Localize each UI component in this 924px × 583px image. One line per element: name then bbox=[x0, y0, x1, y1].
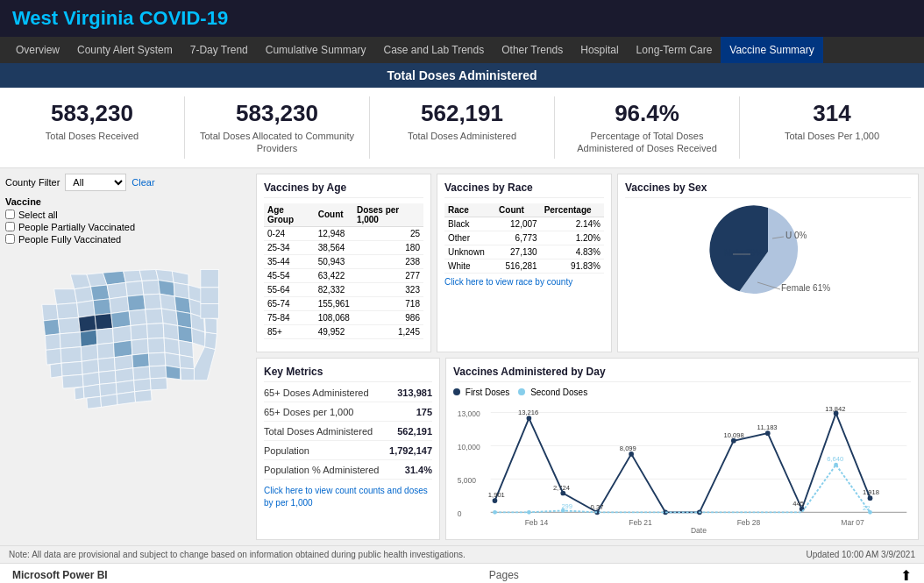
svg-marker-69 bbox=[149, 366, 167, 379]
full-vaccine-checkbox[interactable] bbox=[5, 234, 15, 244]
day-chart-svg: 13,000 10,000 5,000 0 bbox=[453, 401, 911, 537]
svg-marker-44 bbox=[178, 325, 193, 343]
svg-marker-51 bbox=[131, 338, 149, 355]
count-col-header: Count bbox=[315, 203, 353, 227]
svg-text:Feb 14: Feb 14 bbox=[525, 517, 549, 526]
wv-map-container: .county { stroke: #fff; stroke-width: 0.… bbox=[5, 248, 233, 529]
age-table-row: 45-5463,422277 bbox=[264, 268, 423, 282]
metric-row: 65+ Doses per 1,000175 bbox=[264, 407, 432, 422]
svg-marker-63 bbox=[180, 355, 195, 369]
powerbi-bar: Microsoft Power BI Pages ⬆ bbox=[0, 563, 924, 583]
summary-doses-per-1000: 314 Total Doses Per 1,000 bbox=[740, 96, 924, 159]
race-panel-title: Vaccines by Race bbox=[444, 181, 604, 198]
svg-marker-43 bbox=[163, 323, 179, 340]
county-filter-select[interactable]: All bbox=[65, 174, 126, 191]
race-count-col: Count bbox=[495, 203, 541, 217]
footer: Note: All data are provisional and subje… bbox=[0, 545, 924, 563]
svg-point-113 bbox=[527, 510, 531, 515]
race-table-row: Unknown27,1304.83% bbox=[444, 245, 604, 259]
vaccine-select-all[interactable]: Select all bbox=[5, 210, 251, 220]
svg-marker-40 bbox=[113, 325, 131, 343]
footer-note: Note: All data are provisional and subje… bbox=[9, 550, 466, 559]
metrics-panel: Key Metrics 65+ Doses Administered313,98… bbox=[256, 358, 440, 540]
svg-marker-84 bbox=[181, 367, 195, 380]
nav-case-lab[interactable]: Case and Lab Trends bbox=[374, 37, 493, 63]
vaccine-filter: Vaccine Select all People Partially Vacc… bbox=[5, 196, 251, 245]
nav-county-alert[interactable]: County Alert System bbox=[68, 37, 181, 63]
age-table-row: 55-6482,332323 bbox=[264, 282, 423, 296]
svg-marker-11 bbox=[125, 281, 143, 296]
age-table-row: 65-74155,961718 bbox=[264, 296, 423, 310]
race-table-row: White516,28191.83% bbox=[444, 259, 604, 273]
race-col-header: Race bbox=[444, 203, 495, 217]
svg-marker-17 bbox=[57, 302, 79, 319]
svg-point-115 bbox=[834, 462, 838, 466]
age-col-header: Age Group bbox=[264, 203, 315, 227]
svg-marker-60 bbox=[132, 353, 150, 368]
race-table-body: Black12,0072.14%Other6,7731.20%Unknown27… bbox=[444, 217, 604, 273]
svg-marker-9 bbox=[91, 285, 110, 301]
svg-marker-54 bbox=[179, 340, 194, 358]
race-table-row: Black12,0072.14% bbox=[444, 217, 604, 231]
right-panel: Vaccines by Age Age Group Count Doses pe… bbox=[256, 174, 919, 540]
svg-marker-52 bbox=[148, 338, 166, 353]
banner: Total Doses Administered bbox=[0, 63, 924, 88]
nav-hospital[interactable]: Hospital bbox=[572, 37, 627, 63]
svg-marker-71 bbox=[75, 387, 84, 400]
vaccine-full[interactable]: People Fully Vaccinated bbox=[5, 234, 251, 245]
metrics-link[interactable]: Click here to view count counts and dose… bbox=[264, 486, 428, 508]
age-table-row: 35-4450,943238 bbox=[264, 254, 423, 268]
svg-text:22: 22 bbox=[863, 504, 870, 512]
svg-marker-70 bbox=[166, 366, 181, 380]
summary-pct-doses: 96.4% Percentage of Total Doses Administ… bbox=[555, 96, 740, 159]
race-county-link[interactable]: Click here to view race by county bbox=[444, 277, 604, 287]
header: West Virginia COVID-19 bbox=[0, 0, 924, 37]
powerbi-logo: Microsoft Power BI bbox=[12, 569, 108, 581]
svg-marker-12 bbox=[142, 280, 160, 295]
left-panel: County Filter All Clear Vaccine Select a… bbox=[5, 174, 251, 540]
metrics-body: 65+ Doses Administered313,98165+ Doses p… bbox=[264, 387, 432, 480]
nav-overview[interactable]: Overview bbox=[7, 37, 68, 63]
nav-other-trends[interactable]: Other Trends bbox=[493, 37, 572, 63]
svg-marker-28 bbox=[79, 315, 96, 332]
svg-marker-77 bbox=[87, 396, 102, 409]
svg-marker-76 bbox=[150, 378, 167, 390]
vaccine-partial[interactable]: People Partially Vaccinated bbox=[5, 222, 251, 232]
nav-cumulative[interactable]: Cumulative Summary bbox=[257, 37, 375, 63]
svg-text:13,216: 13,216 bbox=[518, 409, 538, 416]
svg-marker-21 bbox=[127, 295, 145, 311]
svg-text:6,640: 6,640 bbox=[827, 455, 843, 463]
clear-filter-button[interactable]: Clear bbox=[131, 177, 154, 188]
svg-text:10,000: 10,000 bbox=[458, 443, 480, 451]
svg-marker-27 bbox=[58, 317, 80, 334]
sex-panel: Vaccines by Sex U 0% Male 39% bbox=[617, 174, 919, 352]
svg-marker-39 bbox=[96, 328, 114, 345]
day-panel-title: Vaccines Administered by Day bbox=[453, 366, 911, 382]
page-title: West Virginia COVID-19 bbox=[12, 7, 912, 30]
metric-row: 65+ Doses Administered313,981 bbox=[264, 387, 432, 402]
filter-row: County Filter All Clear bbox=[5, 174, 251, 191]
age-table-body: 0-2412,9482525-3438,56418035-4450,943238… bbox=[264, 226, 423, 338]
svg-marker-42 bbox=[147, 323, 165, 338]
svg-marker-56 bbox=[61, 361, 82, 376]
partial-vaccine-checkbox[interactable] bbox=[5, 222, 15, 231]
share-icon[interactable]: ⬆ bbox=[900, 567, 912, 583]
top-panels: Vaccines by Age Age Group Count Doses pe… bbox=[256, 174, 919, 352]
race-table-row: Other6,7731.20% bbox=[444, 231, 604, 245]
svg-marker-20 bbox=[110, 296, 129, 313]
svg-marker-30 bbox=[111, 310, 131, 328]
svg-point-112 bbox=[493, 510, 497, 515]
svg-text:13,842: 13,842 bbox=[825, 404, 845, 412]
bottom-panels: Key Metrics 65+ Doses Administered313,98… bbox=[256, 358, 919, 540]
nav-vaccine-summary[interactable]: Vaccine Summary bbox=[721, 37, 822, 63]
svg-text:10,098: 10,098 bbox=[723, 431, 743, 439]
summary-doses-allocated: 583,230 Total Doses Allocated to Communi… bbox=[185, 96, 370, 159]
nav-longterm[interactable]: Long-Term Care bbox=[628, 37, 721, 63]
select-all-checkbox[interactable] bbox=[5, 210, 15, 219]
svg-text:13,000: 13,000 bbox=[458, 409, 480, 418]
chart-legend: First Doses Second Doses bbox=[453, 387, 911, 397]
svg-marker-75 bbox=[134, 378, 152, 391]
nav-7day[interactable]: 7-Day Trend bbox=[181, 37, 257, 63]
u-label: U 0% bbox=[785, 231, 807, 240]
svg-marker-58 bbox=[98, 357, 116, 372]
